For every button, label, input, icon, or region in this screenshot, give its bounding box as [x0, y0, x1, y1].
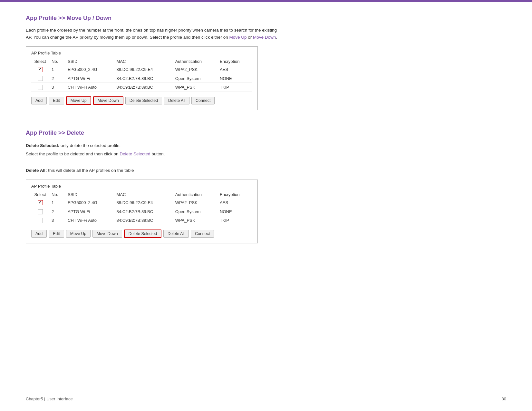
section2-select-profile-suffix: button.: [150, 152, 165, 156]
footer-chapter: Chapter5 | User Interface: [26, 396, 73, 401]
row-enc: TKIP: [217, 83, 252, 92]
row-enc: TKIP: [217, 216, 252, 225]
section2-title: App Profile >> Delete: [26, 130, 361, 136]
section1-btn-row: Add Edit Move Up Move Down Delete Select…: [31, 96, 252, 105]
section1-period: .: [276, 35, 277, 40]
footer-page-number: 80: [502, 396, 506, 401]
row-ssid: CHT Wi-Fi Auto: [65, 83, 114, 92]
row-ssid: EPG5000_2.4G: [65, 198, 114, 207]
section1-table-title: AP Profile Table: [31, 51, 252, 55]
row-no: 2: [49, 207, 65, 216]
row-ssid: CHT Wi-Fi Auto: [65, 216, 114, 225]
row-mac: 88:DC:96:22:C9:E4: [114, 65, 173, 74]
row-checkbox[interactable]: [31, 198, 49, 207]
section2-connect-button[interactable]: Connect: [191, 230, 214, 238]
row-auth: WPA2_PSK: [173, 65, 217, 74]
row-auth: Open System: [173, 74, 217, 83]
section1-description: Each profile the ordered by the number a…: [26, 27, 361, 41]
row-no: 1: [49, 198, 65, 207]
section2-btn-row: Add Edit Move Up Move Down Delete Select…: [31, 230, 252, 238]
row-mac: 84:C9:B2:7B:89:BC: [114, 83, 173, 92]
row-auth: WPA_PSK: [173, 83, 217, 92]
section2-delete-all-button[interactable]: Delete All: [163, 230, 189, 238]
table-row: 2APTG Wi-Fi84:C2:B2:7B:89:BCOpen SystemN…: [31, 207, 252, 216]
section2-text: Delete Selected: only delete the selecte…: [26, 142, 361, 175]
row-enc: NONE: [217, 74, 252, 83]
col-enc-1: Encryption: [217, 58, 252, 65]
section2-delete-selected-desc: only delete the selected profile.: [59, 143, 121, 148]
row-enc: AES: [217, 65, 252, 74]
row-no: 3: [49, 83, 65, 92]
row-mac: 84:C2:B2:7B:89:BC: [114, 207, 173, 216]
section2-add-button[interactable]: Add: [31, 230, 47, 238]
row-checkbox[interactable]: [31, 83, 49, 92]
section1-connect-button[interactable]: Connect: [191, 97, 215, 104]
section2-delete-selected-link: Delete Selected: [120, 152, 150, 156]
section1-table-container: AP Profile Table Select No. SSID MAC Aut…: [26, 46, 258, 110]
section2-delete-all-label: Delete All:: [26, 168, 47, 173]
col-ssid-2: SSID: [65, 191, 114, 198]
col-no-1: No.: [49, 58, 65, 65]
col-auth-2: Authentication: [173, 191, 217, 198]
section2-edit-button[interactable]: Edit: [49, 230, 64, 238]
row-auth: WPA_PSK: [173, 216, 217, 225]
col-ssid-1: SSID: [65, 58, 114, 65]
section2-table-container: AP Profile Table Select No. SSID MAC Aut…: [26, 180, 258, 243]
table-row: 3CHT Wi-Fi Auto84:C9:B2:7B:89:BCWPA_PSKT…: [31, 83, 252, 92]
section1-delete-selected-button[interactable]: Delete Selected: [125, 97, 162, 104]
col-no-2: No.: [49, 191, 65, 198]
row-enc: NONE: [217, 207, 252, 216]
row-ssid: APTG Wi-Fi: [65, 207, 114, 216]
page-footer: Chapter5 | User Interface 80: [0, 396, 532, 401]
section1-or: or: [247, 35, 253, 40]
section2-delete-all-desc: this will delete all the AP profiles on …: [47, 168, 134, 173]
section1-move-down-link: Move Down: [253, 35, 276, 40]
section1-delete-all-button[interactable]: Delete All: [164, 97, 189, 104]
section2-delete-selected-label: Delete Selected:: [26, 143, 59, 148]
section1-add-button[interactable]: Add: [31, 97, 47, 104]
table-row: 1EPG5000_2.4G88:DC:96:22:C9:E4WPA2_PSKAE…: [31, 65, 252, 74]
row-ssid: EPG5000_2.4G: [65, 65, 114, 74]
row-no: 1: [49, 65, 65, 74]
section1-move-up-link: Move Up: [229, 35, 247, 40]
col-enc-2: Encryption: [217, 191, 252, 198]
section2-select-profile-text: Select the profile to be deleted and the…: [26, 152, 120, 156]
row-mac: 88:DC:96:22:C9:E4: [114, 198, 173, 207]
section2-table: Select No. SSID MAC Authentication Encry…: [31, 191, 252, 225]
section1-table: Select No. SSID MAC Authentication Encry…: [31, 58, 252, 92]
row-enc: AES: [217, 198, 252, 207]
row-mac: 84:C9:B2:7B:89:BC: [114, 216, 173, 225]
section1-title: App Profile >> Move Up / Down: [26, 15, 361, 22]
col-mac-2: MAC: [114, 191, 173, 198]
row-checkbox[interactable]: [31, 74, 49, 83]
section2-table-title: AP Profile Table: [31, 184, 252, 189]
section1-move-down-button[interactable]: Move Down: [93, 96, 123, 105]
section2-delete-selected-button[interactable]: Delete Selected: [124, 230, 161, 238]
row-checkbox[interactable]: [31, 207, 49, 216]
section2-move-up-button[interactable]: Move Up: [66, 230, 91, 238]
section-delete: App Profile >> Delete Delete Selected: o…: [26, 130, 361, 243]
section-move-up-down: App Profile >> Move Up / Down Each profi…: [26, 15, 361, 110]
row-mac: 84:C2:B2:7B:89:BC: [114, 74, 173, 83]
col-select-2: Select: [31, 191, 49, 198]
section2-move-down-button[interactable]: Move Down: [92, 230, 122, 238]
row-checkbox[interactable]: [31, 216, 49, 225]
row-ssid: APTG Wi-Fi: [65, 74, 114, 83]
table-row: 2APTG Wi-Fi84:C2:B2:7B:89:BCOpen SystemN…: [31, 74, 252, 83]
section1-edit-button[interactable]: Edit: [49, 97, 64, 104]
row-no: 3: [49, 216, 65, 225]
section2-delete-selected-line: Delete Selected: only delete the selecte…: [26, 142, 361, 150]
row-auth: WPA2_PSK: [173, 198, 217, 207]
col-mac-1: MAC: [114, 58, 173, 65]
section2-select-profile-line: Select the profile to be deleted and the…: [26, 150, 361, 158]
section1-move-up-button[interactable]: Move Up: [66, 96, 91, 105]
section2-delete-all-line: Delete All: this will delete all the AP …: [26, 166, 361, 175]
table-row: 1EPG5000_2.4G88:DC:96:22:C9:E4WPA2_PSKAE…: [31, 198, 252, 207]
col-auth-1: Authentication: [173, 58, 217, 65]
page-content: App Profile >> Move Up / Down Each profi…: [0, 2, 387, 282]
row-checkbox[interactable]: [31, 65, 49, 74]
row-auth: Open System: [173, 207, 217, 216]
section1-desc2: AP. You can change the AP priority by mo…: [26, 35, 229, 40]
table-row: 3CHT Wi-Fi Auto84:C9:B2:7B:89:BCWPA_PSKT…: [31, 216, 252, 225]
row-no: 2: [49, 74, 65, 83]
